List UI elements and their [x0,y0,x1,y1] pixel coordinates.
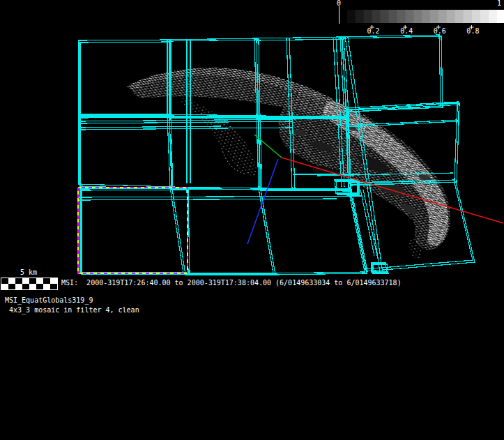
colorbar-step [471,10,480,23]
scalebar-cell [43,278,50,284]
scalebar-cell [15,284,22,289]
scalebar-cell [8,278,15,284]
mosaic-footprint [79,115,171,187]
colorbar-step [405,10,413,23]
application-window: 0.20.40.60.8 0 1 5 km MSI: 2000-319T17:2… [0,0,504,440]
colorbar-step [397,10,405,23]
colorbar-step [356,10,364,23]
scalebar-cell [22,278,29,284]
footprint-edge [79,196,362,197]
scalebar-cell [50,284,57,289]
scale-bar [1,278,58,290]
scalebar-cell [29,284,36,289]
mosaic-footprint-overlap [344,36,443,112]
mosaic-footprint [342,35,441,110]
colorbar-step [364,10,372,23]
mosaic-footprint [170,188,273,273]
scalebar-cell [22,284,29,289]
colorbar-max-label: 1 [494,0,504,7]
colorbar-step [381,10,389,23]
colorbar-tick-label: 0.8 [466,27,479,35]
colorbar-step [496,10,504,23]
colorbar-tick-label: 0.2 [367,27,380,35]
colorbar-step [447,10,455,23]
mosaic-footprint [259,189,365,273]
scalebar-cell [43,284,50,289]
colorbar-step [438,10,447,23]
scalebar-cell [8,284,15,289]
scalebar-cell [15,278,22,284]
colorbar-step [455,10,464,23]
sequence-description: 4x3_3 mosaic in filter 4, clean [5,306,139,314]
footprint-edge [79,126,221,128]
scalebar-label: 5 km [1,268,56,277]
colorbar-step [488,10,496,23]
mosaic-footprint-overlap [82,190,190,274]
colorbar-step [480,10,488,23]
colorbar-step [388,10,397,23]
sequence-name: MSI_EquatGlobals319_9 [5,296,93,305]
scalebar-cell [50,278,57,284]
mosaic-footprint-overlap [80,117,173,189]
scalebar-cell [36,278,43,284]
colorbar-tick-label: 0.6 [434,27,446,35]
scalebar-cell [1,284,8,289]
colorbar-step [422,10,430,23]
scalebar-cell [29,278,36,284]
footprint-edge [79,199,337,200]
colorbar-min-label: 0 [334,0,344,7]
status-line: MSI: 2000-319T17:26:40.00 to 2000-319T17… [61,279,402,287]
colorbar: 0.20.40.60.8 [339,6,504,35]
colorbar-step [372,10,381,23]
asteroid-surface [180,98,257,176]
colorbar-step [339,10,347,23]
colorbar-step [464,10,472,23]
colorbar-step [430,10,438,23]
colorbar-tick-label: 0.4 [400,27,413,35]
footprint-edge [79,119,293,121]
scalebar-cell [1,278,8,284]
3d-scene-viewport[interactable]: 0.20.40.60.8 [0,0,504,440]
scalebar-cell [36,284,43,289]
colorbar-step [347,10,356,23]
colorbar-step [413,10,422,23]
